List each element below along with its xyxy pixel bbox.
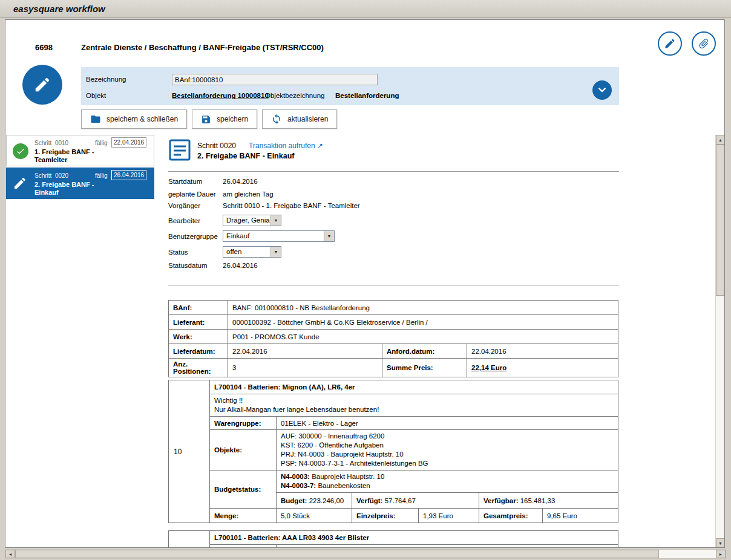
attachments-button[interactable] bbox=[692, 31, 716, 56]
faellig-label: fällig bbox=[95, 172, 108, 179]
vorgaenger-value: Schritt 0010 - 1. Freigabe BANF - Teamle… bbox=[223, 202, 360, 209]
verfuegbar-cell: Verfügbar: 165.481,33 bbox=[479, 493, 618, 509]
objekt-label: Objekt bbox=[86, 92, 106, 99]
summe-value-link[interactable]: 22,14 Euro bbox=[471, 364, 506, 371]
table-row: Anz. Positionen: 3 Summe Preis: 22,14 Eu… bbox=[169, 359, 618, 377]
menge-label: Menge: bbox=[210, 509, 277, 523]
schritt-number: 0020 bbox=[55, 172, 68, 179]
chevron-down-icon: ▼ bbox=[270, 215, 281, 226]
lieferdatum-value: 22.04.2016 bbox=[228, 344, 382, 359]
sidebar-item-step-0010[interactable]: Schritt 0010 fällig 22.04.2016 1. Freiga… bbox=[6, 135, 154, 166]
lieferant-label: Lieferant: bbox=[169, 315, 228, 330]
budget-cell: Budget: 223.246,00 bbox=[277, 493, 352, 509]
external-link-icon: ↗ bbox=[317, 142, 323, 150]
objekte-value: AUF: 300000 - Innenauftrag 6200 KST: 620… bbox=[277, 430, 618, 470]
banf-summary-table: BAnf: BANF: 0010000810 - NB Bestellanfor… bbox=[168, 300, 618, 377]
horizontal-scroll-thumb[interactable] bbox=[15, 550, 659, 558]
step-detail-title: 2. Freigabe BANF - Einkauf bbox=[197, 152, 294, 160]
benutzergruppe-label: Benutzergruppe bbox=[168, 233, 218, 240]
position-title: L700104 - Batterien: Mignon (AA), LR6, 4… bbox=[210, 380, 618, 394]
benutzergruppe-select[interactable]: Einkauf ▼ bbox=[223, 230, 335, 242]
dauer-label: geplante Dauer bbox=[168, 190, 216, 198]
save-close-button[interactable]: speichern & schließen bbox=[81, 109, 187, 129]
chevron-down-icon bbox=[595, 83, 609, 97]
divider bbox=[168, 171, 619, 172]
einzelpreis-label: Einzelpreis: bbox=[352, 509, 419, 523]
object-panel: Bezeichnung Objekt Bestellanforderung 10… bbox=[81, 67, 619, 105]
objekt-link[interactable]: Bestellanforderung 10000810 bbox=[172, 92, 269, 99]
warengruppe-value: A1412 - Elektroinstallation bbox=[277, 545, 618, 548]
gesamtpreis-label: Gesamtpreis: bbox=[479, 509, 543, 523]
faellig-label: fällig bbox=[95, 140, 108, 146]
position-note: Wichtig !! Nur Alkali-Mangan fuer lange … bbox=[210, 394, 618, 417]
gesamtpreis-value: 9,65 Euro bbox=[543, 509, 618, 523]
transaction-link[interactable]: Transaktion aufrufen ↗ bbox=[249, 142, 323, 150]
bezeichnung-label: Bezeichnung bbox=[86, 76, 126, 83]
vertical-scrollbar[interactable]: ▲ ▼ bbox=[715, 135, 724, 548]
table-row: L700101 - Batterien: AAA LR03 4903 4er B… bbox=[169, 531, 618, 545]
anforddatum-label: Anford.datum: bbox=[382, 344, 467, 359]
table-row: Warengruppe: 01ELEK - Elektro - Lager bbox=[169, 417, 618, 430]
document-icon bbox=[168, 138, 191, 163]
due-date-badge: 22.04.2016 bbox=[111, 137, 146, 148]
save-button[interactable]: speichern bbox=[192, 109, 257, 129]
sidebar-item-step-0020[interactable]: Schritt 0020 fällig 26.04.2016 2. Freiga… bbox=[6, 168, 154, 199]
dauer-value: am gleichen Tag bbox=[223, 190, 274, 198]
status-select[interactable]: offen ▼ bbox=[223, 246, 281, 258]
save-label: speichern bbox=[217, 115, 248, 123]
startdatum-value: 26.04.2016 bbox=[223, 178, 258, 185]
check-icon bbox=[13, 143, 28, 159]
step-title: 1. Freigabe BANF - Teamleiter bbox=[34, 148, 94, 164]
paperclip-icon bbox=[695, 35, 712, 52]
schritt-number: 0010 bbox=[55, 140, 68, 146]
collapse-panel-button[interactable] bbox=[592, 80, 612, 100]
table-row: Werk: P001 - PROMOS.GT Kunde bbox=[169, 330, 618, 344]
save-close-label: speichern & schließen bbox=[107, 115, 178, 123]
pencil-icon bbox=[13, 176, 27, 190]
table-row: Menge: 5,0 Stück Einzelpreis: 1,93 Euro … bbox=[169, 509, 618, 523]
vertical-scroll-thumb[interactable] bbox=[716, 145, 725, 296]
table-row: Objekte: AUF: 300000 - Innenauftrag 6200… bbox=[169, 430, 618, 470]
edit-button[interactable] bbox=[658, 31, 682, 56]
app-titlebar: easysquare workflow bbox=[0, 0, 731, 18]
warengruppe-label: Warengruppe: bbox=[210, 545, 277, 548]
refresh-label: aktualisieren bbox=[287, 115, 328, 123]
table-row: Warengruppe: A1412 - Elektroinstallation bbox=[169, 545, 618, 548]
bearbeiter-select[interactable]: Dräger, Genia ▼ bbox=[223, 215, 281, 226]
bezeichnung-input[interactable] bbox=[172, 74, 378, 85]
table-row: Budgetstatus: N4-0003: Bauprojekt Haupts… bbox=[169, 470, 618, 493]
werk-value: P001 - PROMOS.GT Kunde bbox=[228, 330, 618, 344]
budgetstatus-text: N4-0003: Bauprojekt Hauptstr. 10 N4-0003… bbox=[277, 470, 618, 493]
einzelpreis-value: 1,93 Euro bbox=[419, 509, 479, 523]
folder-icon bbox=[90, 114, 101, 125]
scroll-right-button[interactable]: ► bbox=[716, 550, 726, 558]
toolbar: speichern & schließen speichern aktualis… bbox=[81, 109, 337, 129]
schritt-label: Schritt bbox=[34, 140, 51, 146]
table-row: BAnf: BANF: 0010000810 - NB Bestellanfor… bbox=[169, 301, 618, 315]
positionen-value: 3 bbox=[228, 359, 382, 377]
startdatum-label: Startdatum bbox=[168, 178, 202, 185]
schritt-label: Schritt bbox=[34, 172, 51, 179]
banf-value: BANF: 0010000810 - NB Bestellanforderung bbox=[228, 301, 618, 315]
position-number: 10 bbox=[169, 380, 210, 523]
table-row: Lieferant: 0000100392 - Böttcher GmbH & … bbox=[169, 315, 618, 330]
objektbezeichnung-value: Bestellanforderung bbox=[335, 92, 399, 99]
refresh-icon bbox=[271, 114, 282, 125]
statusdatum-label: Statusdatum bbox=[168, 262, 208, 269]
anforddatum-value: 22.04.2016 bbox=[467, 344, 618, 359]
status-label: Status bbox=[168, 249, 188, 256]
werk-label: Werk: bbox=[169, 330, 228, 344]
scroll-left-button[interactable]: ◄ bbox=[5, 550, 15, 558]
breadcrumb: Zentrale Dienste / Beschaffung / BANF-Fr… bbox=[81, 43, 324, 52]
scroll-down-button[interactable]: ▼ bbox=[716, 538, 725, 548]
position-table-next: L700101 - Batterien: AAA LR03 4903 4er B… bbox=[168, 530, 618, 547]
refresh-button[interactable]: aktualisieren bbox=[262, 109, 337, 129]
table-row: Lieferdatum: 22.04.2016 Anford.datum: 22… bbox=[169, 344, 618, 359]
scroll-up-button[interactable]: ▲ bbox=[716, 135, 725, 145]
menge-value: 5,0 Stück bbox=[277, 509, 352, 523]
position-number bbox=[169, 531, 210, 548]
save-icon bbox=[201, 114, 211, 125]
lieferdatum-label: Lieferdatum: bbox=[169, 344, 228, 359]
horizontal-scrollbar[interactable]: ◄ ► bbox=[5, 549, 726, 559]
banf-label: BAnf: bbox=[169, 301, 228, 315]
